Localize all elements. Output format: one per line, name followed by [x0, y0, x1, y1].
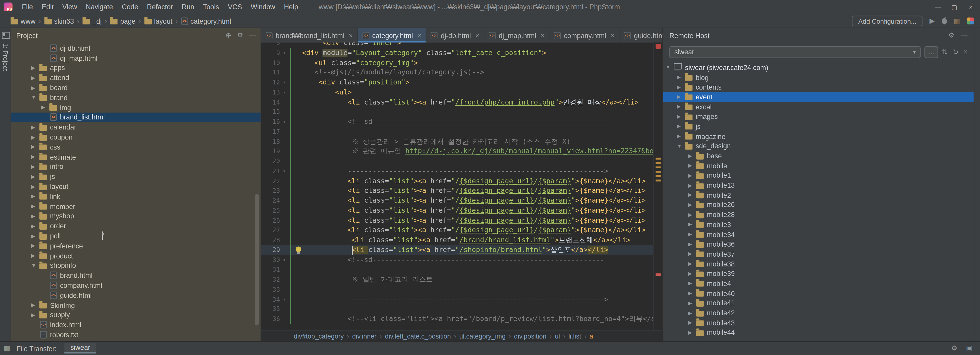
close-icon[interactable]: ×: [417, 32, 422, 39]
expand-arrow-icon[interactable]: ▶: [688, 320, 696, 326]
gear-icon[interactable]: ⚙: [237, 32, 243, 39]
remote-item-mobile13[interactable]: ▶mobile13: [663, 181, 974, 190]
gear-icon[interactable]: ⚙: [951, 345, 958, 352]
project-folder-order[interactable]: ▶order: [11, 221, 261, 231]
editor-breadcrumb-div.left_cate.c_position[interactable]: div.left_cate.c_position: [385, 333, 451, 340]
add-configuration-button[interactable]: Add Configuration...: [852, 16, 923, 26]
remote-item-mobile2[interactable]: ▶mobile2: [663, 190, 974, 200]
expand-arrow-icon[interactable]: ▶: [31, 124, 40, 130]
menu-code[interactable]: Code: [117, 0, 142, 14]
menu-file[interactable]: File: [18, 0, 37, 14]
expand-arrow-icon[interactable]: ▶: [688, 163, 696, 168]
intention-bulb-icon[interactable]: [296, 246, 301, 252]
expand-arrow-icon[interactable]: ▶: [688, 261, 696, 267]
collapse-arrow-icon[interactable]: ▼: [677, 143, 685, 149]
editor-breadcrumb-div#top_category[interactable]: div#top_category: [294, 333, 344, 340]
remote-item-mobile[interactable]: ▶mobile: [663, 161, 974, 170]
expand-arrow-icon[interactable]: ▶: [688, 202, 696, 208]
project-folder-apps[interactable]: ▶apps: [11, 63, 261, 73]
menu-edit[interactable]: Edit: [37, 0, 58, 14]
project-folder-img[interactable]: ▶img: [11, 102, 261, 112]
plugin-icon[interactable]: [967, 18, 974, 24]
expand-arrow-icon[interactable]: ▶: [31, 193, 40, 199]
menu-window[interactable]: Window: [247, 0, 280, 14]
collapse-arrow-icon[interactable]: ▼: [31, 263, 40, 269]
code-line-22[interactable]: 22 <li class="list"><a href="/{$design_p…: [261, 176, 654, 186]
remote-item-mobile1[interactable]: ▶mobile1: [663, 170, 974, 180]
remote-item-mobile44[interactable]: ▶mobile44: [663, 328, 974, 337]
expand-arrow-icon[interactable]: ▶: [688, 330, 696, 336]
editor-tab-dj_map.html[interactable]: dj_map.html×: [484, 28, 549, 43]
expand-arrow-icon[interactable]: ▶: [31, 85, 40, 91]
remote-item-mobile41[interactable]: ▶mobile41: [663, 298, 974, 308]
project-folder-preference[interactable]: ▶preference: [11, 241, 261, 251]
fold-icon[interactable]: ▾: [280, 294, 289, 304]
code-line-9[interactable]: 9▾ <div module="Layout_category" class="…: [261, 48, 654, 58]
layout-icon[interactable]: ▣: [966, 345, 972, 352]
editor-breadcrumb-ul.category_img[interactable]: ul.category_img: [459, 333, 506, 340]
remote-item-mobile34[interactable]: ▶mobile34: [663, 229, 974, 239]
expand-arrow-icon[interactable]: ▶: [688, 271, 696, 277]
code-line-21[interactable]: 21▾ ------------------------------------…: [261, 166, 654, 176]
expand-arrow-icon[interactable]: ▶: [677, 84, 685, 90]
fold-icon[interactable]: ▾: [280, 166, 289, 176]
debug-icon[interactable]: [942, 18, 947, 24]
project-folder-estimate[interactable]: ▶estimate: [11, 152, 261, 162]
error-stripe-mark[interactable]: [656, 166, 660, 168]
menu-navigate[interactable]: Navigate: [81, 0, 118, 14]
code-line-33[interactable]: 33: [261, 285, 654, 294]
remote-item-event[interactable]: ▶event: [663, 92, 974, 102]
project-file-guide.html[interactable]: guide.html: [11, 290, 261, 300]
project-folder-js[interactable]: ▶js: [11, 172, 261, 181]
project-folder-coupon[interactable]: ▶coupon: [11, 132, 261, 142]
file-transfer-tab[interactable]: siwear: [64, 343, 96, 353]
editor-breadcrumb-a[interactable]: a: [590, 333, 593, 340]
expand-arrow-icon[interactable]: ▶: [31, 184, 40, 189]
expand-arrow-icon[interactable]: ▶: [31, 75, 40, 81]
project-tool-button[interactable]: 1: Project: [2, 43, 9, 71]
project-folder-intro[interactable]: ▶intro: [11, 162, 261, 171]
editor-tab-dj-db.html[interactable]: dj-db.html×: [426, 28, 484, 43]
expand-arrow-icon[interactable]: ▶: [688, 212, 696, 217]
expand-arrow-icon[interactable]: ▶: [677, 133, 685, 139]
project-folder-css[interactable]: ▶css: [11, 142, 261, 152]
expand-arrow-icon[interactable]: ▶: [688, 281, 696, 286]
remote-item-mobile37[interactable]: ▶mobile37: [663, 249, 974, 259]
expand-arrow-icon[interactable]: ▶: [31, 253, 40, 259]
project-folder-calendar[interactable]: ▶calendar: [11, 122, 261, 132]
error-stripe-mark[interactable]: [656, 171, 660, 173]
expand-arrow-icon[interactable]: ▶: [688, 310, 696, 316]
project-file-company.html[interactable]: company.html: [11, 280, 261, 290]
collapse-arrow-icon[interactable]: ▼: [31, 95, 40, 101]
code-line-27[interactable]: 27 <li class="list"><a href="/{$design_p…: [261, 225, 654, 235]
remote-item-js[interactable]: ▶js: [663, 122, 974, 131]
project-file-robots.txt[interactable]: robots.txt: [11, 330, 261, 339]
code-line-15[interactable]: 15: [261, 107, 654, 117]
editor-breadcrumb-div.position[interactable]: div.position: [514, 333, 546, 340]
error-stripe-mark[interactable]: [656, 180, 660, 181]
swap-icon[interactable]: ⇅: [942, 48, 948, 55]
expand-arrow-icon[interactable]: ▶: [31, 65, 40, 71]
breadcrumb-item-skin63[interactable]: skin63: [42, 17, 76, 25]
code-line-10[interactable]: 10 <ul class="category_img">: [261, 58, 654, 68]
code-area[interactable]: 8 <div class="inner">9▾ <div module="Lay…: [261, 43, 654, 330]
error-stripe-mark[interactable]: [656, 175, 660, 177]
expand-arrow-icon[interactable]: ▶: [41, 104, 49, 110]
remote-item-mobile40[interactable]: ▶mobile40: [663, 288, 974, 298]
remote-item-mobile3[interactable]: ▶mobile3: [663, 220, 974, 229]
remote-item-images[interactable]: ▶images: [663, 112, 974, 122]
code-line-20[interactable]: 20: [261, 157, 654, 166]
expand-arrow-icon[interactable]: ▶: [31, 233, 40, 239]
project-file-dj-db.html[interactable]: dj-db.html: [11, 43, 261, 53]
menu-run[interactable]: Run: [177, 0, 199, 14]
remote-item-magazine[interactable]: ▶magazine: [663, 131, 974, 141]
maximize-icon[interactable]: ▢: [946, 0, 963, 14]
code-line-12[interactable]: 12▾ <div class="position">: [261, 77, 654, 87]
code-line-11[interactable]: 11 <!--@js(/js/module/layout/category.js…: [261, 68, 654, 77]
editor-breadcrumb-ul[interactable]: ul: [555, 333, 560, 340]
expand-arrow-icon[interactable]: ▶: [31, 154, 40, 160]
collapse-arrow-icon[interactable]: ▼: [665, 65, 674, 70]
editor-tab-company.html[interactable]: company.html×: [549, 28, 619, 43]
expand-arrow-icon[interactable]: ▶: [677, 123, 685, 129]
code-line-25[interactable]: 25 <li class="list"><a href="/{$design_p…: [261, 206, 654, 216]
